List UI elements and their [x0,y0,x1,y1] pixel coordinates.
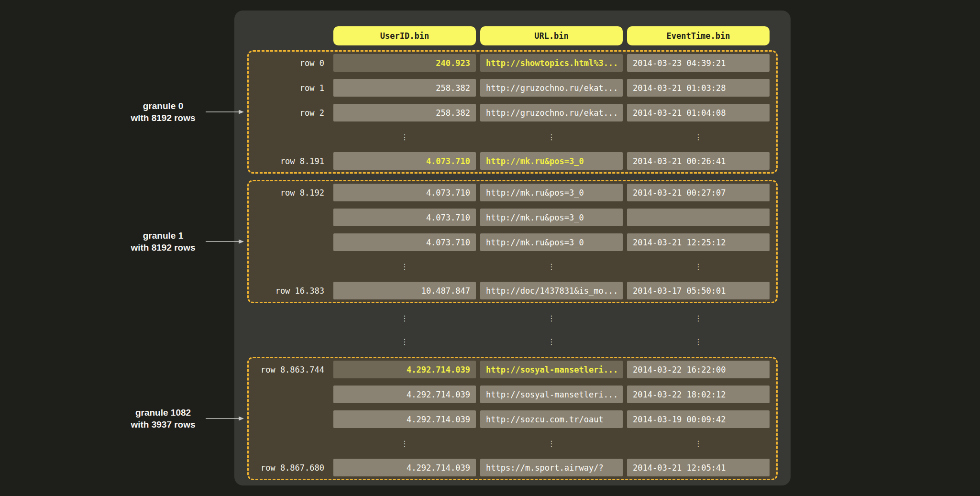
row-label-empty [249,129,329,145]
row-label: row 0 [249,54,329,72]
vertical-ellipsis-icon: ⋮ [333,129,476,145]
column-header-row: UserID.bin URL.bin EventTime.bin [249,26,791,45]
granule-0-label-text: granule 0 with 8192 rows [123,100,203,124]
vertical-ellipsis-icon: ⋮ [480,333,623,350]
userid-cell: 240.923 [333,54,476,72]
row-label-empty [249,333,329,350]
url-cell: http://mk.ru&pos=3_0 [480,233,623,251]
row-label [249,410,329,428]
arrow-right-icon [206,416,244,421]
userid-cell: 4.292.714.039 [333,410,476,428]
table-row: row 8.191 4.073.710 http://mk.ru&pos=3_0… [249,152,770,170]
ellipsis-row: ⋮ ⋮ ⋮ [249,333,791,350]
eventtime-cell: 2014-03-17 05:50:01 [627,282,770,299]
granule-0-label: granule 0 with 8192 rows [123,100,244,124]
userid-cell: 4.292.714.039 [333,361,476,378]
eventtime-cell: 2014-03-21 00:26:41 [627,152,770,170]
row-label-empty [249,435,329,452]
vertical-ellipsis-icon: ⋮ [627,129,770,145]
eventtime-cell: 2014-03-23 04:39:21 [627,54,770,72]
table-row: 4.292.714.039 http://sosyal-mansetleri..… [249,386,770,403]
url-cell: http://sozcu.com.tr/oaut [480,410,623,428]
granule-title: granule 1082 [123,407,203,419]
granule-subtitle: with 8192 rows [123,112,203,124]
userid-cell: 4.292.714.039 [333,459,476,476]
row-label-spacer [249,26,329,45]
granule-1-label-text: granule 1 with 8192 rows [123,230,203,254]
row-label: row 2 [249,104,329,121]
vertical-ellipsis-icon: ⋮ [333,435,476,452]
table-row: 4.073.710 http://mk.ru&pos=3_0 [249,209,770,226]
ellipsis-row: ⋮ ⋮ ⋮ [249,258,770,275]
ellipsis-row: ⋮ ⋮ ⋮ [249,435,770,452]
arrow-right-icon [206,239,244,244]
granule-subtitle: with 8192 rows [123,242,203,254]
eventtime-cell: 2014-03-21 12:25:12 [627,233,770,251]
url-cell: http://gruzochno.ru/ekat... [480,79,623,97]
granule-0-box: row 0 240.923 http://showtopics.html%3..… [247,50,778,174]
arrow-right-icon [206,109,244,115]
vertical-ellipsis-icon: ⋮ [627,258,770,275]
eventtime-cell: 2014-03-19 00:09:42 [627,410,770,428]
column-header-userid-bin: UserID.bin [333,26,476,45]
table-row: row 1 258.382 http://gruzochno.ru/ekat..… [249,79,770,97]
row-label-empty [249,310,329,326]
userid-cell: 4.073.710 [333,209,476,226]
userid-cell: 258.382 [333,104,476,121]
eventtime-cell: 2014-03-21 01:03:28 [627,79,770,97]
table-panel: UserID.bin URL.bin EventTime.bin row 0 2… [234,11,791,485]
ellipsis-row: ⋮ ⋮ ⋮ [249,129,770,145]
userid-cell: 10.487.847 [333,282,476,299]
granule-1082-label-text: granule 1082 with 3937 rows [123,407,203,430]
granule-subtitle: with 3937 rows [123,419,203,430]
vertical-ellipsis-icon: ⋮ [333,333,476,350]
column-header-eventtime-bin: EventTime.bin [627,26,770,45]
eventtime-cell: 2014-03-21 01:04:08 [627,104,770,121]
table-row: row 8.192 4.073.710 http://mk.ru&pos=3_0… [249,184,770,201]
row-label: row 8.191 [249,152,329,170]
row-label: row 16.383 [249,282,329,299]
table-row: 4.073.710 http://mk.ru&pos=3_0 2014-03-2… [249,233,770,251]
url-cell: http://doc/1437831&is_mo... [480,282,623,299]
eventtime-cell: 2014-03-21 12:05:41 [627,459,770,476]
url-cell: http://mk.ru&pos=3_0 [480,152,623,170]
row-label: row 1 [249,79,329,97]
granule-title: granule 0 [123,100,203,112]
vertical-ellipsis-icon: ⋮ [333,258,476,275]
row-label-empty [249,258,329,275]
column-header-url-bin: URL.bin [480,26,623,45]
row-label [249,209,329,226]
table-row: row 2 258.382 http://gruzochno.ru/ekat..… [249,104,770,121]
eventtime-cell: 2014-03-22 16:22:00 [627,361,770,378]
eventtime-cell: 2014-03-21 00:27:07 [627,184,770,201]
url-cell: https://m.sport.airway/? [480,459,623,476]
table-row: row 8.863.744 4.292.714.039 http://sosya… [249,361,770,378]
eventtime-cell-empty [627,209,770,226]
url-cell: http://sosyal-mansetleri... [480,386,623,403]
table-row: row 8.867.680 4.292.714.039 https://m.sp… [249,459,770,476]
url-cell: http://showtopics.html%3... [480,54,623,72]
granule-1-label: granule 1 with 8192 rows [123,230,244,254]
ellipsis-row: ⋮ ⋮ ⋮ [249,310,791,326]
granule-1082-label: granule 1082 with 3937 rows [123,407,244,430]
vertical-ellipsis-icon: ⋮ [627,310,770,326]
table-row: row 0 240.923 http://showtopics.html%3..… [249,54,770,72]
granule-1-box: row 8.192 4.073.710 http://mk.ru&pos=3_0… [247,180,778,303]
row-label [249,386,329,403]
table-row: 4.292.714.039 http://sozcu.com.tr/oaut 2… [249,410,770,428]
url-cell: http://mk.ru&pos=3_0 [480,184,623,201]
granule-1082-box: row 8.863.744 4.292.714.039 http://sosya… [247,357,778,480]
userid-cell: 258.382 [333,79,476,97]
row-label [249,233,329,251]
userid-cell: 4.292.714.039 [333,386,476,403]
vertical-ellipsis-icon: ⋮ [627,333,770,350]
vertical-ellipsis-icon: ⋮ [627,435,770,452]
vertical-ellipsis-icon: ⋮ [480,310,623,326]
vertical-ellipsis-icon: ⋮ [480,129,623,145]
table-row: row 16.383 10.487.847 http://doc/1437831… [249,282,770,299]
row-label: row 8.867.680 [249,459,329,476]
row-label: row 8.192 [249,184,329,201]
userid-cell: 4.073.710 [333,233,476,251]
url-cell: http://gruzochno.ru/ekat... [480,104,623,121]
userid-cell: 4.073.710 [333,184,476,201]
